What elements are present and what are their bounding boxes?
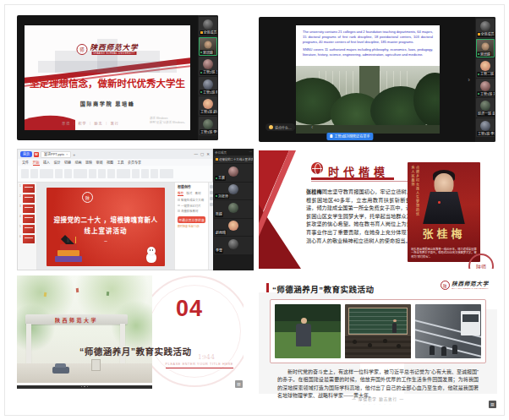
panel-practice: “师德涵养月”教育实践活动 陕 陕西师范大学 SHAANXI NORMAL UN… [259, 275, 497, 409]
participant-tile[interactable]: 工管1班 赵雨晴 [199, 96, 217, 116]
slide-thumbnail[interactable]: 1 [19, 184, 35, 193]
slide-thumbnail[interactable]: 2 [19, 194, 35, 203]
ribbon-button[interactable] [74, 169, 87, 178]
ribbon-button[interactable] [98, 169, 106, 178]
menu-animation[interactable]: 动画 [75, 160, 82, 165]
ribbon-button[interactable] [64, 169, 72, 178]
participant-tile[interactable]: 全体成员 [476, 19, 495, 38]
participant-tile-speaking[interactable]: 思培峰 [476, 39, 495, 58]
tassel [75, 237, 76, 243]
red-slide[interactable]: 陕 迎接党的二十大 ，培根铸魂育新人 线上宣讲活动 ~ [47, 188, 165, 266]
menu-design[interactable]: 设计 [54, 160, 61, 165]
chat-input-pill[interactable]: 说点什么… [265, 123, 295, 131]
participant-tile[interactable]: 经济一班 金琳琳 [476, 98, 495, 117]
avatar [480, 81, 490, 91]
ribbon-button[interactable] [151, 169, 158, 178]
panel-section-cover: 1944 陕西师范大学 04 “师德涵养月”教育实践活动 PLEASE ENTE… [17, 275, 244, 389]
thumb-number: 5 [19, 225, 22, 228]
section-title: “师德涵养月”教育实践活动 [79, 345, 240, 357]
member-tile[interactable]: 李雪 [214, 237, 253, 254]
maximize-icon[interactable]: ▢ [200, 152, 204, 156]
more-icon[interactable]: ⋯ [249, 150, 253, 154]
slide-thumbnail[interactable]: 6 [19, 235, 35, 243]
meeting-sidebar[interactable]: 会议成员 ⋯ 迎接党的二十大线上宣讲活动 王晨 刘老师 陈峰 赵雨晴 [213, 149, 254, 270]
minimize-icon[interactable]: — [194, 152, 198, 156]
ribbon-button[interactable] [55, 169, 63, 178]
new-tab-button[interactable]: + [73, 152, 75, 157]
collage: 师 陕西师范大学 SHAANXI NORMAL UNIVERSITY 坚定理想信… [0, 0, 509, 420]
member-tile[interactable]: 刘老师 [214, 183, 253, 200]
ribbon-button[interactable] [30, 169, 38, 178]
menu-insert[interactable]: 插入 [43, 160, 50, 165]
thumb-number: 3 [19, 205, 22, 208]
participant-tile[interactable]: 工管1班 刘晓阳 [476, 79, 495, 98]
poster-vertical-caption: 点燃乡村女孩人生梦想的优秀人民教师 [410, 166, 419, 218]
member-tile[interactable]: 王晨 [214, 164, 253, 182]
toolbar-dot [84, 386, 85, 387]
thumb-image [23, 205, 35, 213]
avatar [480, 61, 490, 71]
close-icon[interactable]: ✕ [206, 152, 210, 156]
header-underline [311, 177, 394, 180]
wps-logo-icon: W [34, 152, 39, 157]
pane-item[interactable]: 海量模板素材 [178, 209, 205, 213]
document-tab[interactable]: 宣讲PPT.pptx× [41, 151, 71, 158]
slide-thumbnail[interactable]: 3 [19, 205, 35, 213]
ribbon-button[interactable] [141, 169, 149, 178]
menu-file[interactable]: 文件 [22, 160, 29, 165]
member-tile[interactable]: 赵雨晴 [214, 219, 253, 237]
member-upgrade-button[interactable]: 开通会员立享优惠 [178, 216, 205, 223]
avatar [228, 221, 238, 231]
member-name: 李雪 [215, 248, 223, 254]
chat-collapse-arrow[interactable]: ‹ [311, 123, 313, 131]
participant-sidebar[interactable]: 全体成员 思培峰 工管二班 周晓 工管1班 刘晓阳 经济一班 金琳琳 工管1班 … [475, 17, 495, 142]
paragraph-1: The university contains 21 colleges and … [303, 30, 433, 45]
next-page-arrow[interactable]: › [468, 76, 470, 84]
participant-tile[interactable]: 工管1班 陈泽峰 [199, 77, 217, 96]
wps-window: 首页 W 宣讲PPT.pptx× + — ▢ ✕ 文件 开始 插入 设计 切换 … [17, 149, 213, 270]
seal-watermark-circle [139, 275, 244, 387]
participant-tile[interactable]: 工管2班 王瑞 [199, 57, 217, 76]
pane-item[interactable]: 一键美化幻灯片 [178, 204, 205, 208]
member-name: 赵雨晴 [215, 230, 227, 235]
menu-transition[interactable]: 切换 [64, 160, 71, 165]
huang-danian-text: 新时代党的奋斗史上，有这样一位科学家，被习近平总书记誉为“心有大我、至诚报国”的… [277, 368, 479, 400]
photo-speaker-on-lawn [275, 304, 341, 358]
photo-field-equipment [415, 304, 481, 358]
participant-tile[interactable]: 全体成员 [199, 17, 217, 36]
pane-item[interactable]: 智能生成全文大纲 [178, 198, 205, 202]
menu-view[interactable]: 视图 [107, 160, 113, 165]
participant-sidebar[interactable]: 全体成员 思培峰 工管2班 王瑞 工管1班 陈泽峰 工管1班 赵雨晴 工管1班 … [198, 15, 218, 140]
pane-tab[interactable]: 素材 [194, 191, 200, 196]
ribbon-button[interactable] [40, 169, 53, 178]
ribbon-button[interactable] [117, 169, 130, 178]
presence-dot-icon [478, 74, 479, 75]
ribbon-button[interactable] [21, 169, 29, 178]
slide-thumbnail-panel[interactable]: 1 2 3 4 5 6 [18, 183, 37, 270]
slide-thumbnail[interactable]: 5 [19, 225, 35, 233]
participant-tile[interactable]: 工管1班 李雪 [199, 117, 217, 136]
ribbon-button[interactable] [107, 169, 115, 178]
menu-tools[interactable]: 工具 [118, 160, 124, 165]
pane-tab[interactable]: 推荐 [178, 191, 183, 196]
menu-review[interactable]: 审阅 [96, 160, 103, 165]
ribbon-button[interactable] [160, 169, 173, 178]
participant-tile[interactable]: 工管1班 李想 [476, 118, 495, 138]
slide-thumbnail[interactable]: 4 [19, 215, 35, 223]
participant-tile-speaking[interactable]: 思培峰 [199, 37, 217, 57]
participant-name: 工管二班 周晓 [477, 72, 495, 77]
home-tab[interactable]: 首页 [20, 151, 32, 157]
member-name: 刘老师 [215, 194, 229, 199]
participant-tile[interactable]: 工管二班 周晓 [476, 58, 495, 78]
menu-slideshow[interactable]: 放映 [85, 160, 92, 165]
menu-member[interactable]: 会员专享 [128, 160, 141, 165]
menu-home[interactable]: 开始 [33, 160, 40, 166]
slide-english-text: The university contains 21 colleges and … [303, 30, 433, 60]
pane-tab[interactable]: 版式 [186, 191, 192, 196]
ribbon-button[interactable] [89, 169, 96, 178]
ribbon-button[interactable] [132, 169, 140, 178]
close-tab-icon[interactable]: × [66, 152, 68, 156]
member-tile[interactable]: 陈峰 [214, 200, 253, 218]
thumb-number: 6 [19, 235, 22, 238]
emoji-icon [269, 125, 273, 129]
